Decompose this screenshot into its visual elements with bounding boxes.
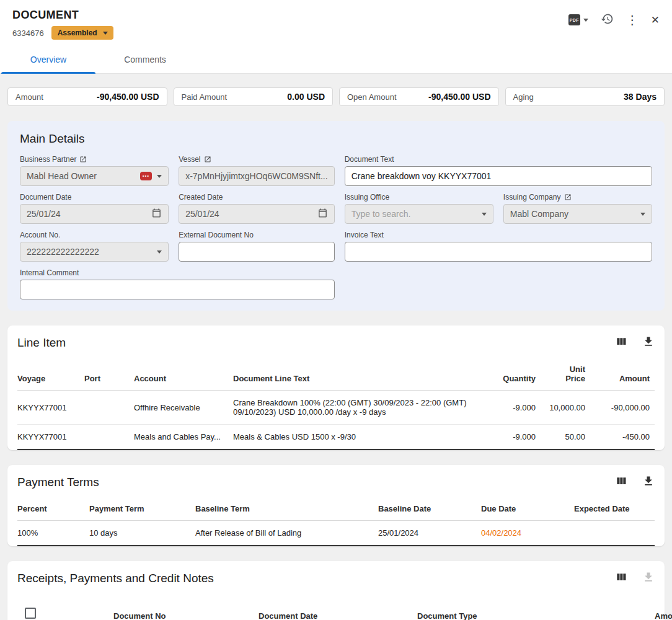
field-label: Created Date <box>179 193 223 202</box>
download-button-disabled <box>642 571 655 585</box>
cell-voyage: KKYYX77001 <box>17 425 84 450</box>
title-block: DOCUMENT 6334676 Assembled <box>12 9 113 40</box>
account-no-select: 222222222222222 <box>20 242 169 262</box>
status-badge[interactable]: Assembled <box>51 26 113 40</box>
table-header-row: Voyage Port Account Document Line Text Q… <box>17 355 655 391</box>
cell-quantity: -9.000 <box>481 391 541 425</box>
document-number: 6334676 <box>12 29 44 38</box>
invoice-text-input[interactable] <box>345 242 652 262</box>
tab-bar: Overview Comments <box>0 48 672 74</box>
table-header-row: Percent Payment Term Baseline Term Basel… <box>17 494 655 521</box>
field-value: Mabl Head Owner <box>27 171 135 181</box>
business-partner-select: Mabl Head Owner ••• <box>20 166 169 186</box>
column-header: Unit Price <box>541 355 590 391</box>
field-label: Issuing Office <box>345 193 389 202</box>
summary-label: Open Amount <box>347 92 397 102</box>
close-button[interactable]: ✕ <box>651 15 660 25</box>
field-label: Internal Comment <box>20 268 79 277</box>
field-external-document-no: External Document No <box>179 231 335 262</box>
internal-comment-input[interactable] <box>20 280 335 299</box>
column-header: Payment Term <box>89 494 195 521</box>
pdf-export-button[interactable]: PDF <box>568 14 588 25</box>
columns-icon <box>615 335 627 350</box>
created-date-field: 25/01/24 <box>179 204 335 224</box>
receipts-section: Receipts, Payments and Credit Notes <box>7 561 665 620</box>
summary-value: 0.00 USD <box>287 92 325 102</box>
columns-icon <box>615 475 627 489</box>
calendar-icon <box>317 208 328 220</box>
field-label: Document Date <box>20 193 71 202</box>
summary-value: -90,450.00 USD <box>97 92 159 102</box>
cell-amount: -90,000.00 <box>590 391 655 425</box>
open-in-new-icon[interactable] <box>564 193 572 201</box>
history-button[interactable] <box>601 12 614 27</box>
field-label: Vessel <box>179 155 200 164</box>
chevron-down-icon <box>482 213 487 216</box>
field-invoice-text: Invoice Text <box>345 231 652 262</box>
table-row: KKYYX77001 Offhire Receivable Crane Brea… <box>17 391 655 425</box>
summary-label: Paid Amount <box>182 92 228 102</box>
external-document-no-input[interactable] <box>179 242 335 262</box>
more-menu-button[interactable]: ⋮ <box>626 14 639 26</box>
chevron-down-icon <box>583 19 588 22</box>
cell-percent: 100% <box>17 521 89 546</box>
ellipsis-badge-icon: ••• <box>140 172 152 180</box>
download-button[interactable] <box>642 475 655 489</box>
document-text-input[interactable] <box>345 166 652 186</box>
cell-amount: -450.00 <box>590 425 655 450</box>
tab-overview[interactable]: Overview <box>0 48 97 73</box>
field-placeholder: Type to search. <box>351 209 477 219</box>
chevron-down-icon <box>103 32 108 35</box>
field-label: Account No. <box>20 231 60 239</box>
column-header: Account <box>134 355 233 391</box>
vessel-field: x-7pMnHjyjimtxgHOq6WC0M9SNft... <box>179 166 335 186</box>
field-label: Document Text <box>345 155 394 164</box>
issuing-company-select: Mabl Company <box>503 204 652 224</box>
field-value: 222222222222222 <box>27 247 152 257</box>
history-icon <box>601 12 614 27</box>
open-in-new-icon[interactable] <box>79 156 87 163</box>
summary-value: -90,450.00 USD <box>428 92 490 102</box>
column-settings-button[interactable] <box>615 475 627 489</box>
main-content: Amount -90,450.00 USD Paid Amount 0.00 U… <box>0 74 672 620</box>
summary-card-paid-amount: Paid Amount 0.00 USD <box>174 87 334 106</box>
field-document-text: Document Text <box>345 155 652 186</box>
download-icon <box>642 335 655 350</box>
chevron-down-icon <box>157 175 162 178</box>
field-issuing-company: Issuing Company Mabl Company <box>503 193 652 224</box>
summary-card-open-amount: Open Amount -90,450.00 USD <box>339 87 499 106</box>
column-header: Document No <box>113 590 259 620</box>
column-header: Expected Date <box>574 494 655 521</box>
select-all-checkbox[interactable] <box>25 608 36 619</box>
column-header: Quantity <box>481 355 541 391</box>
page-title: DOCUMENT <box>12 9 113 22</box>
section-title: Receipts, Payments and Credit Notes <box>17 572 214 585</box>
chevron-down-icon <box>640 213 645 216</box>
field-value: 25/01/24 <box>185 209 312 219</box>
section-title: Main Details <box>20 132 652 146</box>
download-button[interactable] <box>642 335 655 350</box>
column-settings-button[interactable] <box>615 571 627 585</box>
summary-label: Amount <box>15 92 43 102</box>
column-header: Document Line Text <box>233 355 481 391</box>
summary-card-aging: Aging 38 Days <box>505 87 665 106</box>
main-details-section: Main Details Business Partner Mabl Head … <box>7 121 665 311</box>
cell-text: Crane Breakdown 100% (22:00 (GMT) 30/09/… <box>233 391 481 425</box>
section-title: Line Item <box>17 336 66 350</box>
field-account-no: Account No. 222222222222222 <box>20 231 169 262</box>
field-value: x-7pMnHjyjimtxgHOq6WC0M9SNft... <box>185 171 328 181</box>
field-business-partner: Business Partner Mabl Head Owner ••• <box>20 155 169 186</box>
columns-icon <box>615 571 627 585</box>
column-settings-button[interactable] <box>615 335 627 350</box>
cell-voyage: KKYYX77001 <box>17 391 84 425</box>
status-label: Assembled <box>58 29 97 37</box>
table-row: KKYYX77001 Meals and Cables Pay... Meals… <box>17 425 655 450</box>
column-header: Amount <box>590 355 655 391</box>
calendar-icon <box>151 208 162 220</box>
cell-expected-date <box>574 521 655 546</box>
open-in-new-icon[interactable] <box>204 156 211 163</box>
tab-comments[interactable]: Comments <box>97 48 193 73</box>
document-date-field: 25/01/24 <box>20 204 169 224</box>
cell-account: Offhire Receivable <box>134 391 233 425</box>
cell-port <box>84 425 134 450</box>
